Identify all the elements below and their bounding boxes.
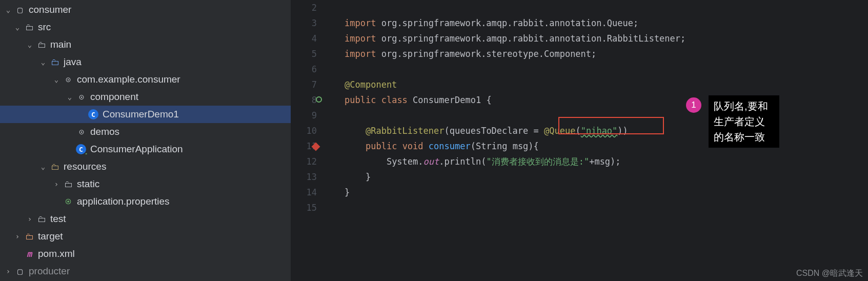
tree-label: main	[50, 39, 71, 50]
chevron-right-icon[interactable]	[24, 215, 36, 223]
code-line: }	[345, 185, 685, 200]
resources-folder-icon: 🗀	[49, 162, 60, 172]
tree-label: java	[64, 56, 82, 68]
code-line: public class ConsumerDemo1 {	[345, 92, 685, 108]
package-icon: ⊙	[76, 92, 87, 102]
chevron-right-icon[interactable]	[2, 267, 14, 275]
code-line: public void consumer(String msg){	[345, 138, 685, 154]
tree-label: ConsumerDemo1	[103, 109, 179, 120]
chevron-down-icon[interactable]	[50, 75, 63, 84]
line-number: 5	[291, 46, 317, 62]
line-number: 6	[291, 62, 317, 77]
code-line: System.out.println("消费者接收到的消息是:"+msg);	[345, 154, 685, 169]
tree-node-component[interactable]: ⊙ component	[0, 88, 291, 106]
tree-label: pom.xml	[38, 248, 75, 259]
tree-node-java[interactable]: 🗀 java	[0, 53, 291, 71]
run-gutter-icon[interactable]	[316, 96, 322, 103]
code-area[interactable]: import org.springframework.amqp.rabbit.a…	[326, 0, 685, 281]
tree-label: target	[38, 231, 63, 242]
chevron-right-icon[interactable]	[50, 180, 63, 188]
code-line: import org.springframework.amqp.rabbit.a…	[345, 31, 685, 46]
package-icon: ⊙	[63, 74, 74, 85]
tree-label: com.example.consumer	[77, 74, 180, 85]
tree-label: consumer	[29, 4, 71, 15]
tree-label: application.properties	[77, 196, 170, 207]
package-icon: ⊙	[76, 127, 87, 137]
tree-node-test[interactable]: 🗀 test	[0, 210, 291, 228]
tree-label: test	[50, 213, 66, 225]
class-icon: C	[88, 109, 98, 119]
module-icon: ▢	[14, 266, 26, 276]
chevron-down-icon[interactable]	[11, 23, 24, 31]
chevron-down-icon[interactable]	[24, 41, 36, 49]
code-line: @RabbitListener(queuesToDeclare = @Queue…	[345, 123, 685, 138]
spring-config-icon: ⍟	[63, 196, 74, 207]
tree-node-pom[interactable]: m pom.xml	[0, 245, 291, 263]
spring-app-icon: C	[76, 144, 86, 154]
folder-icon: 🗀	[63, 179, 74, 189]
code-line: import org.springframework.stereotype.Co…	[345, 46, 685, 62]
tree-node-static[interactable]: 🗀 static	[0, 175, 291, 193]
editor-gutter: 2 3 4 5 6 7 8 9 10 11 12 13 14 15	[291, 0, 326, 281]
module-icon: ▢	[14, 5, 26, 15]
chevron-down-icon[interactable]	[37, 58, 49, 66]
tree-node-consumerapp[interactable]: C ConsumerApplication	[0, 140, 291, 158]
tree-label: src	[38, 22, 51, 33]
tree-label: static	[77, 178, 99, 190]
tree-node-consumerdemo1[interactable]: C ConsumerDemo1	[0, 106, 291, 123]
tree-node-resources[interactable]: 🗀 resources	[0, 158, 291, 175]
tree-node-consumer[interactable]: ▢ consumer	[0, 1, 291, 18]
tree-node-appprops[interactable]: ⍟ application.properties	[0, 193, 291, 210]
code-line	[345, 200, 685, 215]
source-folder-icon: 🗀	[49, 57, 60, 67]
code-line: }	[345, 169, 685, 185]
watermark: CSDN @暗武逢天	[796, 268, 863, 279]
line-number: 13	[291, 169, 317, 185]
code-line	[345, 0, 685, 15]
line-number: 11	[291, 138, 317, 154]
line-number: 3	[291, 15, 317, 31]
tree-label: component	[90, 91, 138, 103]
line-number: 4	[291, 31, 317, 46]
tree-node-src[interactable]: 🗀 src	[0, 18, 291, 36]
folder-icon: 🗀	[36, 214, 47, 224]
target-folder-icon: 🗀	[24, 231, 35, 242]
project-tree[interactable]: ▢ consumer 🗀 src 🗀 main 🗀 java ⊙ com.exa…	[0, 0, 291, 281]
tree-node-target[interactable]: 🗀 target	[0, 228, 291, 245]
chevron-down-icon[interactable]	[2, 6, 14, 14]
tree-label: producter	[29, 266, 70, 277]
chevron-right-icon[interactable]	[11, 232, 24, 240]
tree-label: ConsumerApplication	[90, 144, 183, 155]
annotation-text: 队列名,要和生产者定义的名称一致	[709, 95, 779, 148]
line-number: 14	[291, 185, 317, 200]
line-number: 12	[291, 154, 317, 169]
line-number: 10	[291, 123, 317, 138]
code-line	[345, 62, 685, 77]
code-line: @Component	[345, 77, 685, 92]
tree-label: resources	[64, 161, 106, 172]
line-number: 2	[291, 0, 317, 15]
tree-label: demos	[90, 126, 119, 137]
line-number: 15	[291, 200, 317, 215]
tree-node-main[interactable]: 🗀 main	[0, 36, 291, 53]
folder-icon: 🗀	[36, 39, 47, 50]
tree-node-package[interactable]: ⊙ com.example.consumer	[0, 71, 291, 88]
tree-node-producter[interactable]: ▢ producter	[0, 263, 291, 280]
line-number: 7	[291, 77, 317, 92]
line-number: 8	[291, 92, 317, 108]
tree-node-demos[interactable]: ⊙ demos	[0, 123, 291, 140]
code-line	[345, 108, 685, 123]
code-editor[interactable]: 2 3 4 5 6 7 8 9 10 11 12 13 14 15 import…	[291, 0, 868, 281]
line-number: 9	[291, 108, 317, 123]
chevron-down-icon[interactable]	[37, 163, 49, 171]
folder-icon: 🗀	[24, 22, 35, 32]
annotation-badge: 1	[686, 97, 701, 113]
code-line: import org.springframework.amqp.rabbit.a…	[345, 15, 685, 31]
chevron-down-icon[interactable]	[64, 93, 76, 101]
maven-icon: m	[24, 249, 35, 259]
